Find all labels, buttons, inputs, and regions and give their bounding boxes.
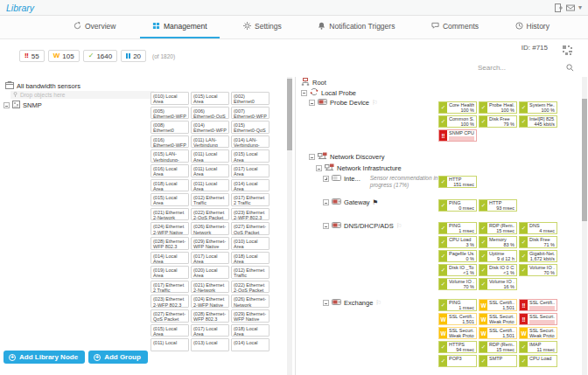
tree-node-root[interactable]: Root [301, 78, 326, 87]
left-scrollbar-thumb[interactable] [287, 79, 292, 150]
sensor-cell[interactable]: ✓PING0 msec [438, 199, 477, 212]
library-sensor-item[interactable]: (027) Ethernet-QoS Packet [231, 222, 270, 235]
sensor-cell[interactable]: ✓PING1 msec [438, 222, 477, 234]
library-sensor-item[interactable]: (028) Ethernet-WFP 802.3 [150, 237, 189, 250]
collapse-box-icon[interactable] [323, 300, 329, 306]
library-sensor-item[interactable]: (024) Ethernet 2-WFP Native [191, 295, 229, 308]
sensor-cell[interactable]: WSSL Certifi...1,501 [438, 313, 477, 325]
library-sensor-item[interactable]: (013) Local [191, 338, 229, 351]
sensor-cell[interactable]: ✓System He...100 % [519, 101, 557, 114]
tab-management[interactable]: Management [140, 16, 220, 38]
library-sensor-item[interactable]: (019) Local Area [150, 266, 189, 279]
sensor-cell[interactable]: WSSL Certifi...1,501 [479, 299, 517, 311]
collapse-box-icon[interactable] [309, 154, 315, 160]
library-sensor-item[interactable]: (015) Local Area [150, 324, 189, 337]
tab-overview[interactable]: Overview [61, 16, 128, 38]
library-sensor-item[interactable]: (022) Ethernet 2-QoS Packet [191, 208, 229, 221]
library-sensor-item[interactable]: (018) Local Area [231, 252, 270, 265]
tab-comments[interactable]: Comments [419, 16, 491, 38]
library-node-snmp[interactable]: SNMP [4, 101, 42, 110]
envelope-icon[interactable] [566, 0, 575, 16]
library-sensor-item[interactable]: (015) Local Area [150, 193, 189, 206]
sensor-cell[interactable]: ‼SSL Securi... [519, 313, 557, 325]
library-sensor-item[interactable]: (016) Local Area [150, 164, 189, 177]
library-sensor-item[interactable]: (017) Local Area [191, 252, 229, 265]
library-sensor-item[interactable]: (011) Local [150, 338, 189, 351]
library-sensor-item[interactable]: (028) Ethernet-WFP 802.3 [191, 309, 229, 323]
sensor-cell[interactable]: ✓PING1 msec [438, 299, 477, 311]
library-sensor-item[interactable]: (012) Ethernet Traffic [191, 193, 229, 206]
library-sensor-item[interactable]: (023) Ethernet 2-WFP 802.3 [150, 295, 189, 308]
library-sensor-item[interactable]: (024) Ethernet 2-WFP Native [150, 222, 189, 235]
library-sensor-item[interactable]: (014) LAN-Verbindung-QoS [231, 135, 270, 149]
tree-node-exchange[interactable]: Exchange ⚐ [323, 299, 382, 307]
sensor-cell[interactable]: WSSL Securi...Weak Proto... [438, 327, 477, 339]
sensor-cell[interactable]: ✓SMTP [479, 355, 517, 367]
library-sensor-item[interactable]: (023) Ethernet 2-WFP 802.3 [231, 208, 270, 221]
sensor-cell[interactable]: ✓Intel[R] 825...445 kbit/s [519, 115, 557, 128]
library-sensor-item[interactable]: (022) Ethernet 2-QoS Packet [231, 281, 270, 294]
search-input[interactable]: Search... [478, 59, 574, 78]
library-sensor-item[interactable]: (016) Ethernet0-WFP 802.3 [150, 135, 189, 149]
collapse-box-icon[interactable] [309, 100, 315, 106]
library-sensor-item[interactable]: (017) Ethernet 2 Traffic [231, 193, 270, 206]
library-sensor-item[interactable]: (015) Ethernet0-QoS Packet [231, 121, 270, 134]
library-sensor-item[interactable]: (026) Ethernet-Network [231, 295, 270, 308]
sensor-cell[interactable]: ✓DNS4 msec [519, 222, 557, 234]
sensor-cell[interactable]: ✓Disk IO 0 C:<1 % [479, 264, 517, 276]
add-library-node-button[interactable]: + Add Library Node [4, 351, 85, 364]
library-sensor-item[interactable]: (008) Ethernet0 Traffic [150, 121, 189, 134]
sensor-cell[interactable]: ✓Volume IO ...16 % [479, 278, 517, 290]
library-sensor-item[interactable]: (017) Ethernet 2 Traffic [150, 281, 189, 294]
qr-grid-icon[interactable] [563, 43, 572, 59]
count-warn[interactable]: W105 [48, 50, 80, 62]
sensor-cell[interactable]: ✓Uptime9 d 12 h [479, 250, 517, 262]
library-sensor-item[interactable]: (018) Local Area [231, 324, 270, 337]
library-sensor-item[interactable]: (014) Local Area [150, 252, 189, 265]
flag-outline-icon[interactable]: ⚐ [372, 99, 378, 107]
library-sensor-item[interactable]: (011) Local Area [191, 164, 229, 177]
sensor-cell[interactable]: ✓Pagefile Us...0 % [438, 250, 477, 262]
caret-down-icon[interactable]: ▾ [578, 4, 582, 11]
library-sensor-item[interactable]: (026) Ethernet-Network [191, 222, 229, 235]
sensor-cell[interactable]: ✓RDP (Rem...15 msec [479, 222, 517, 234]
sensor-cell[interactable]: ✓IMAP11 msec [519, 341, 557, 353]
sensor-cell[interactable]: ✓CPU Load3 % [438, 236, 477, 248]
tree-node-local-probe[interactable]: Local Probe [301, 87, 356, 98]
library-sensor-item[interactable]: (018) Local Area [150, 179, 189, 192]
library-sensor-item[interactable]: (014) Local [231, 338, 270, 351]
library-sensor-item[interactable]: (005) Ethernet0-WFP Native [150, 107, 189, 120]
count-up[interactable]: ✓1640 [83, 50, 118, 62]
library-sensor-item[interactable]: (006) Ethernet0-QoS Packet [191, 107, 229, 120]
flag-outline-icon[interactable]: ⚐ [375, 299, 382, 307]
library-sensor-item[interactable]: (020) Local Area [191, 266, 229, 279]
library-sensor-item[interactable]: (021) Ethernet 2-Network [150, 208, 189, 221]
sensor-cell[interactable]: ✓Probe Heal...100 % [479, 101, 517, 114]
sensor-cell[interactable]: ✓CPU Load [519, 355, 557, 367]
library-root-row[interactable]: All bandwidth sensors [5, 81, 80, 91]
library-sensor-item[interactable]: (015) LAN-Verbindung- [150, 149, 189, 163]
library-sensor-item[interactable]: (011) Local Area [191, 179, 229, 192]
tab-settings[interactable]: Settings [231, 16, 294, 38]
sensor-cell[interactable]: ✓Disk Free79 % [479, 115, 517, 128]
sensor-cell[interactable]: ✓HTTPS94 msec [438, 341, 477, 353]
sensor-cell[interactable]: ✓HTTP93 msec [479, 199, 517, 212]
sensor-cell[interactable]: ✓Disk Free71 % [519, 236, 557, 248]
sensor-cell[interactable]: ✓Volume IO ...70 % [519, 264, 557, 276]
sensor-cell[interactable]: ✓Core Health100 % [438, 101, 477, 114]
sensor-cell[interactable]: ✓RDP (Rem...15 msec [479, 341, 517, 353]
flag-black-icon[interactable]: ⚑ [373, 198, 379, 206]
expand-box-icon[interactable] [323, 176, 329, 182]
tree-node-probe-device[interactable]: Probe Device ⚐ [309, 99, 378, 107]
library-sensor-item[interactable]: (011) Local Area [191, 149, 229, 163]
tab-notification-triggers[interactable]: Notification Triggers [305, 16, 407, 38]
flag-outline-icon[interactable]: ⚐ [396, 222, 402, 230]
sensor-cell[interactable]: WSSL Securi...Weak Proto... [519, 327, 557, 339]
library-sensor-item[interactable]: (010) Local Area [150, 92, 189, 105]
library-sensor-item[interactable]: (017) Local Area [191, 324, 229, 337]
count-paused[interactable]: 20 [121, 50, 146, 62]
collapse-box-icon[interactable] [323, 223, 329, 229]
sensor-cell[interactable]: ✓HTTP151 msec [438, 176, 477, 188]
sensor-cell[interactable]: WSSL Securi...Weak Proto... [479, 313, 517, 325]
left-scrollbar[interactable] [287, 77, 292, 375]
